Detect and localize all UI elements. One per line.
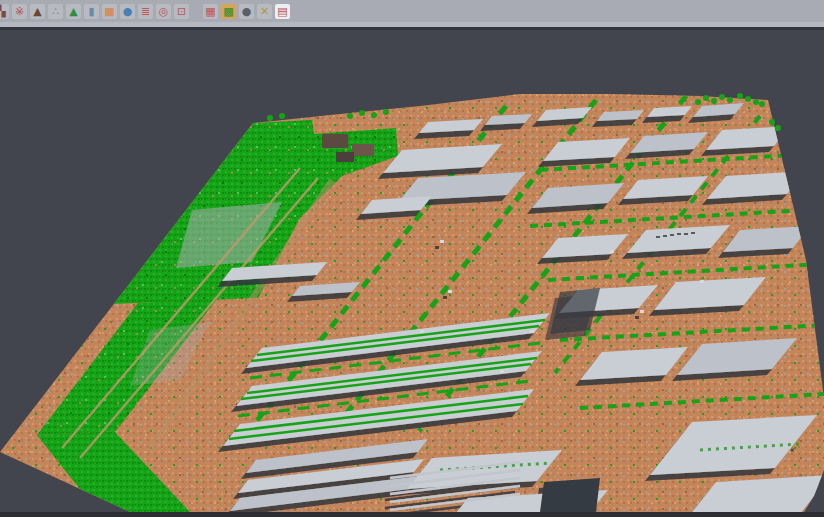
statusbar (0, 512, 824, 517)
sphere-icon[interactable]: ● (239, 4, 254, 19)
cross-sections-icon[interactable]: ≣ (138, 4, 153, 19)
low-points-icon[interactable]: ∴ (48, 4, 63, 19)
3d-viewport[interactable] (0, 30, 824, 512)
clip-icon[interactable]: ✕ (257, 4, 272, 19)
profile-view-icon[interactable]: ▮ (84, 4, 99, 19)
globe-icon[interactable]: ● (120, 4, 135, 19)
target-icon[interactable]: ◎ (156, 4, 171, 19)
ortho-image-icon[interactable]: ■ (102, 4, 117, 19)
toolbar-group-2: ▦▩●✕▤ (201, 4, 292, 19)
toolbar: ▚※▲∴▲▮■●≣◎⊡▦▩●✕▤ (0, 0, 824, 22)
vegetation-icon[interactable]: ▲ (66, 4, 81, 19)
layers-icon[interactable]: ▤ (275, 4, 290, 19)
toolbar-group-1: ▚※▲∴▲▮■●≣◎⊡ (0, 4, 191, 19)
classify-points-icon[interactable]: ▚ (0, 4, 9, 19)
grid-icon[interactable]: ▦ (203, 4, 218, 19)
fence-select-icon[interactable]: ⊡ (174, 4, 189, 19)
classification-map-icon[interactable]: ▩ (221, 4, 236, 19)
point-cloud-scene (0, 30, 824, 512)
terrain-icon[interactable]: ▲ (30, 4, 45, 19)
scatter-points-icon[interactable]: ※ (12, 4, 27, 19)
